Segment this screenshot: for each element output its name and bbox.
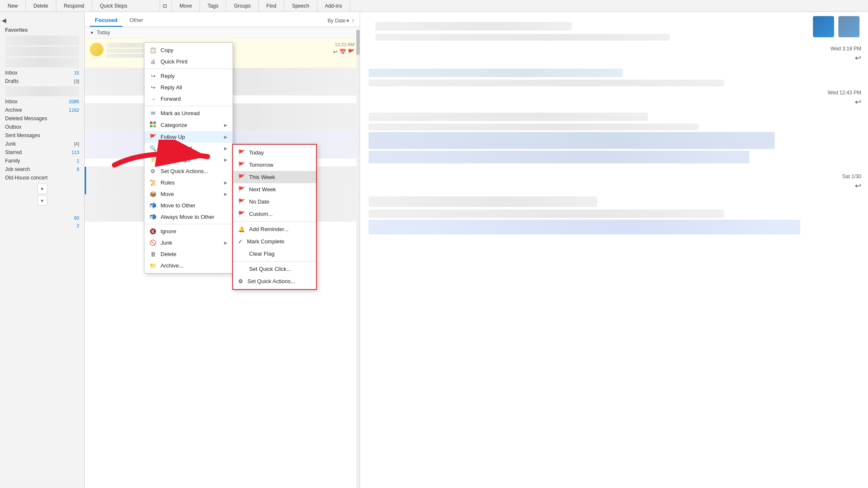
sidebar-blurred-mid	[5, 86, 79, 96]
ctx-movetoother-label: Move to Other	[161, 202, 227, 209]
sidebar-item-inbox[interactable]: Inbox 15	[0, 69, 84, 77]
expand-chevron-2[interactable]: ▼	[37, 196, 47, 206]
sort-dropdown-icon[interactable]: ▾	[347, 18, 349, 24]
ctx-reply[interactable]: ↩ Reply	[144, 70, 233, 82]
ribbon-quicksteps[interactable]: Quick Steps	[92, 0, 160, 11]
ctx-movetoother[interactable]: 📬 Move to Other	[144, 200, 233, 211]
email-meta-1: 12:22 AM ↩ 📅 🚩	[333, 42, 355, 64]
expand-chevron-1[interactable]: ▼	[37, 184, 47, 194]
ribbon-tags[interactable]: Tags	[200, 0, 226, 11]
flag-tomorrow-icon: 🚩	[238, 162, 245, 168]
ribbon-addins[interactable]: Add-ins	[317, 0, 350, 11]
ctx-archive-label: Archive...	[161, 262, 227, 269]
ctx-rules[interactable]: 📜 Rules ▶	[144, 177, 233, 188]
followup-today[interactable]: 🚩 Today	[233, 146, 316, 159]
followup-addreminder[interactable]: 🔔 Add Reminder...	[233, 223, 316, 235]
followup-markcomplete[interactable]: ✓ Mark Complete	[233, 235, 316, 248]
sidebar-item-jobsearch[interactable]: Job search 8	[0, 165, 84, 174]
ctx-junk[interactable]: 🚫 Junk ▶	[144, 237, 233, 248]
ctx-categorize-label: Categorize	[161, 122, 220, 128]
ribbon-speech[interactable]: Speech	[284, 0, 317, 11]
sidebar-favorites-header: Favorites	[0, 25, 84, 35]
rules-icon: 📜	[150, 179, 156, 186]
email-icons-1: ↩ 📅 🚩	[333, 49, 355, 55]
followup-nextweek[interactable]: 🚩 Next Week	[233, 183, 316, 196]
ctx-replyall[interactable]: ↩ Reply All	[144, 82, 233, 93]
ctx-findrelated[interactable]: 🔍 Find Related ▶	[144, 143, 233, 154]
sidebar-item-inbox2[interactable]: Inbox 2085	[0, 97, 84, 106]
quicksteps-arrow-icon: ▶	[224, 157, 227, 162]
sidebar-item-junk[interactable]: Junk [4]	[0, 140, 84, 148]
ctx-copy[interactable]: 📋 Copy	[144, 44, 233, 56]
sidebar-item-sent[interactable]: Sent Messages	[0, 131, 84, 140]
ribbon-delete[interactable]: Delete	[26, 0, 56, 11]
ctx-quicksteps[interactable]: ⚡ Quick Steps ▶	[144, 154, 233, 165]
sidebar-item-concert[interactable]: Old-House concert	[0, 174, 84, 182]
rp-row-2	[375, 34, 670, 41]
sort-by-date[interactable]: By Date ▾	[327, 18, 349, 24]
sidebar-toggle[interactable]: ◀	[0, 15, 8, 25]
followup-setquickclick[interactable]: Set Quick Click...	[233, 263, 316, 275]
sidebar-item-deleted[interactable]: Deleted Messages	[0, 114, 84, 123]
sidebar-bottom-item-2[interactable]: 2	[0, 222, 84, 229]
ctx-forward-label: Forward	[161, 96, 227, 102]
ctx-markasunread[interactable]: ✉ Mark as Unread	[144, 108, 233, 119]
reading-pane: Wed 3:18 PM ↩ Wed 12:43 PM ↩ Sat 1/30 ↩	[360, 12, 868, 488]
ribbon-move[interactable]: Move	[172, 0, 200, 11]
main-layout: ◀ Favorites Inbox 15 Drafts [3] Inbox 20…	[0, 12, 868, 488]
ctx-followup[interactable]: 🚩 Follow Up ▶	[144, 131, 233, 143]
sidebar-item-archive[interactable]: Archive 1162	[0, 106, 84, 114]
ctx-archive[interactable]: 📁 Archive...	[144, 260, 233, 271]
sidebar-item-drafts[interactable]: Drafts [3]	[0, 77, 84, 85]
tab-other[interactable]: Other	[124, 14, 148, 27]
scroll-track[interactable]	[356, 30, 360, 488]
ctx-categorize[interactable]: Categorize ▶	[144, 119, 233, 131]
ctx-setquickactions[interactable]: ⚙ Set Quick Actions...	[144, 165, 233, 177]
tab-focused[interactable]: Focused	[90, 14, 122, 27]
sort-label: By Date	[327, 18, 346, 24]
categorize-icon	[150, 121, 156, 129]
rp-content-area	[360, 12, 868, 41]
sidebar-item-outbox[interactable]: Outbox	[0, 123, 84, 131]
sidebar-bottom-item-1[interactable]: 60	[0, 214, 84, 222]
ribbon-expand[interactable]: ⊡	[160, 0, 172, 11]
followup-clearflag[interactable]: Clear Flag	[233, 248, 316, 260]
gear-submenu-icon: ⚙	[238, 278, 243, 284]
followup-setquickactions[interactable]: ⚙ Set Quick Actions...	[233, 275, 316, 287]
copy-icon: 📋	[150, 47, 156, 53]
followup-custom[interactable]: 🚩 Custom...	[233, 208, 316, 220]
followup-setquickclick-label: Set Quick Click...	[249, 266, 291, 272]
ribbon-groups[interactable]: Groups	[226, 0, 258, 11]
reading-pane-avatars	[813, 16, 860, 37]
rp-row-9	[369, 196, 597, 207]
sort-direction-icon[interactable]: ↑	[352, 17, 355, 24]
ctx-divider-2	[144, 106, 233, 106]
followup-tomorrow[interactable]: 🚩 Tomorrow	[233, 159, 316, 171]
avatar-1	[90, 43, 103, 56]
ctx-forward[interactable]: → Forward	[144, 93, 233, 105]
ctx-alwaysmovetoother[interactable]: 📬 Always Move to Other	[144, 211, 233, 223]
ctx-delete-label: Delete	[161, 251, 227, 257]
ribbon-new[interactable]: New	[0, 0, 26, 11]
ctx-move-label: Move	[161, 191, 220, 197]
sidebar-item-starred[interactable]: Starred 113	[0, 148, 84, 157]
rp-row-3	[369, 69, 623, 77]
section-chevron-icon: ▼	[90, 30, 94, 35]
rp-row-4	[369, 80, 724, 86]
followup-today-label: Today	[249, 149, 264, 156]
ctx-ignore[interactable]: 🔇 Ignore	[144, 226, 233, 237]
ctx-replyall-label: Reply All	[161, 84, 227, 91]
checkmark-icon: ✓	[238, 238, 243, 245]
ribbon-find[interactable]: Find	[259, 0, 284, 11]
ctx-delete[interactable]: 🗑 Delete	[144, 248, 233, 260]
followup-nodate[interactable]: 🚩 No Date	[233, 196, 316, 208]
move-arrow-icon: ▶	[224, 192, 227, 196]
followup-setquickactions-label: Set Quick Actions...	[247, 278, 295, 284]
followup-thisweek[interactable]: 🚩 This Week	[233, 171, 316, 183]
sidebar-item-family[interactable]: Family 1	[0, 157, 84, 165]
scroll-thumb[interactable]	[356, 30, 360, 55]
forward-ctx-icon: →	[150, 96, 156, 102]
ribbon-respond[interactable]: Respond	[56, 0, 92, 11]
ctx-quickprint[interactable]: 🖨 Quick Print	[144, 56, 233, 67]
ctx-move[interactable]: 📦 Move ▶	[144, 188, 233, 200]
